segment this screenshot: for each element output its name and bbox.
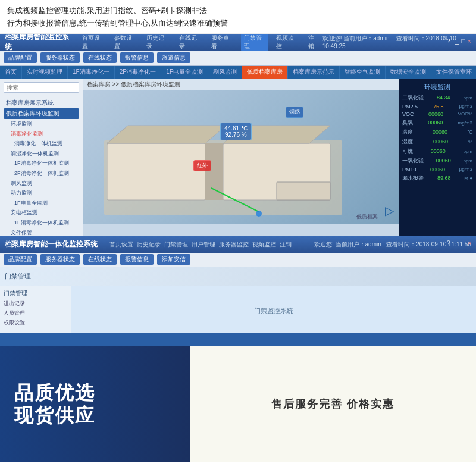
sensor-smoke[interactable]: 烟感 <box>286 107 303 118</box>
minimize-icon[interactable]: _ <box>455 37 459 45</box>
sidebar-item-7[interactable]: 2F消毒净化一体机监测 <box>4 168 79 178</box>
bottom-btn-alarm[interactable]: 报警信息 <box>120 254 154 265</box>
bottom-btn-add[interactable]: 添加安信 <box>157 254 190 265</box>
bottom-btn-config[interactable]: 品牌配置 <box>4 254 37 265</box>
nav-arrow-right[interactable]: ▷ <box>385 203 394 218</box>
sidebar-item-3[interactable]: 消毒净化监测 <box>4 129 79 139</box>
tab-data-sec[interactable]: 数据安全监测 <box>386 66 431 79</box>
env-pm25: PM2.5 75.8 μg/m3 <box>402 104 472 109</box>
center-map: 档案库房 >> 低质档案库房环境监测 <box>83 79 399 236</box>
bottom-maximize[interactable]: □ <box>461 240 464 246</box>
sidebar-item-9[interactable]: 动力监测 <box>4 188 79 198</box>
nav-btn-online[interactable]: 在线记录 <box>176 34 203 51</box>
btn-server[interactable]: 服务器状态 <box>40 52 80 63</box>
bottom-nav-server[interactable]: 服务器监控 <box>219 240 249 249</box>
search-input[interactable] <box>4 82 79 93</box>
tab-home[interactable]: 首页 <box>0 66 22 79</box>
tab-file[interactable]: 文件保管室环 <box>431 66 476 79</box>
bottom-nav-access[interactable]: 门禁管理 <box>164 240 188 249</box>
env-water-unit: M ● <box>464 176 472 181</box>
env-combustible-value: 00060 <box>431 148 446 154</box>
env-pm25-value: 75.8 <box>433 104 444 109</box>
bottom-close[interactable]: × <box>468 240 471 246</box>
nav-btn-history[interactable]: 历史记录 <box>143 34 171 51</box>
env-co-unit: ppm <box>463 158 472 164</box>
nav-btn-logout[interactable]: 注销 <box>305 34 322 51</box>
sidebar-item-0[interactable]: 档案库房展示系统 <box>4 98 79 108</box>
tab-video[interactable]: 实时视频监理 <box>22 66 68 79</box>
env-voc-label: VOC <box>402 111 414 117</box>
bottom-nav-history[interactable]: 历史记录 <box>137 240 161 249</box>
nav-btn-param[interactable]: 参数设置 <box>111 34 139 51</box>
bottom-minimize[interactable]: _ <box>454 240 458 246</box>
user-info: 欢迎您! 当前用户：admin <box>322 35 390 42</box>
env-humidity-label: 湿度 <box>402 138 413 146</box>
bottom-nav-logout[interactable]: 注销 <box>280 240 292 249</box>
btn-alarm[interactable]: 报警信息 <box>120 52 154 63</box>
promo-banner: 品质优选 现货供应 售后服务完善 价格实惠 <box>0 346 476 462</box>
svg-rect-6 <box>277 182 330 200</box>
sidebar-item-12[interactable]: 1F消毒净化一体机监测 <box>4 218 79 228</box>
bottom-help-icon[interactable]: ? <box>447 240 450 246</box>
right-env-panel: 环境监测 二氧化碳 84.34 ppm PM2.5 75.8 μg/m3 VOC… <box>399 79 476 236</box>
svg-point-9 <box>256 211 262 217</box>
sidebar-item-13[interactable]: 文件保管 <box>4 228 79 236</box>
sidebar-item-5[interactable]: 润湿净化一体机监测 <box>4 149 79 159</box>
close-icon[interactable]: × <box>468 37 471 45</box>
top-text-line2: 行为和接收报警信息,统一传输到管理中心,从而达到快速准确预警 <box>7 17 469 30</box>
tab-1f-dis1[interactable]: 1F消毒净化一 <box>68 66 115 79</box>
env-pm10-unit: μg/m3 <box>459 167 472 172</box>
bottom-toolbar: 品牌配置 服务器状态 在线状态 报警信息 添加安信 <box>0 253 476 267</box>
nav-btn-system[interactable]: 首页设置 <box>79 34 107 51</box>
sidebar-item-6[interactable]: 1F消毒净化一体机监测 <box>4 158 79 168</box>
sidebar-item-10[interactable]: 1F电量全监测 <box>4 198 79 208</box>
bottom-btn-server[interactable]: 服务器状态 <box>40 254 80 265</box>
bottom-menu-3[interactable]: 权限设置 <box>4 319 67 327</box>
sidebar-search-section <box>0 79 83 96</box>
nav-btn-service[interactable]: 服务查看 <box>208 34 236 51</box>
btn-dispatch[interactable]: 派遣信息 <box>157 52 190 63</box>
bottom-app-header: 档案库房智能一体化监控系统 首页设置 历史记录 门禁管理 用户管理 服务器监控 … <box>0 236 476 253</box>
sidebar-item-11[interactable]: 安电柜监测 <box>4 208 79 218</box>
sidebar-item-4[interactable]: 消毒净化一体机监测 <box>4 139 79 149</box>
svg-marker-2 <box>107 126 226 143</box>
sidebar-item-1[interactable]: 低质档案库环境监测 <box>4 108 79 119</box>
bottom-menu-2[interactable]: 人员管理 <box>4 309 67 317</box>
sidebar-item-8[interactable]: 剩风监测 <box>4 178 79 189</box>
nav-btn-access[interactable]: 门禁管理 <box>241 34 268 51</box>
nav-btn-monitor[interactable]: 视频监控 <box>273 34 300 51</box>
env-ozone-label: 臭氧 <box>402 119 413 127</box>
svg-rect-1 <box>107 143 205 200</box>
bottom-content-text: 门禁管理 <box>5 273 31 280</box>
top-text-line1: 集成视频监控管理功能,采用进门指纹、密码+刷卡探测非法 <box>7 5 469 17</box>
left-sidebar: 档案库房展示系统 低质档案库环境监测 环境监测 消毒净化监测 消毒净化一体机监测… <box>0 79 83 236</box>
tab-wind[interactable]: 剩风监测 <box>208 66 242 79</box>
tab-1f-elec[interactable]: 1F电量全监测 <box>161 66 208 79</box>
maximize-icon[interactable]: □ <box>461 37 465 45</box>
tab-2f-dis1[interactable]: 2F消毒净化一 <box>115 66 162 79</box>
tab-air[interactable]: 智能空气监测 <box>340 66 386 79</box>
help-icon[interactable]: ? <box>447 37 450 45</box>
bottom-btn-online[interactable]: 在线状态 <box>83 254 117 265</box>
bottom-nav-video[interactable]: 视频监控 <box>252 240 276 249</box>
sidebar-item-2[interactable]: 环境监测 <box>4 119 79 129</box>
tab-archive-low[interactable]: 低质档案库房 <box>242 66 288 79</box>
env-temp-label: 温度 <box>402 129 413 136</box>
sensor-infrared[interactable]: 红外 <box>193 160 211 171</box>
promo-right: 售后服务完善 价格实惠 <box>190 346 476 462</box>
env-pm25-label: PM2.5 <box>402 104 418 109</box>
promo-subtitle: 售后服务完善 价格实惠 <box>271 397 394 411</box>
env-ozone-value: 00060 <box>428 120 443 126</box>
tab-archive-demo[interactable]: 档案库房示范示 <box>288 66 340 79</box>
env-ozone: 臭氧 00060 mg/m3 <box>402 119 472 127</box>
btn-config[interactable]: 品牌配置 <box>4 52 37 63</box>
app-screenshot-bottom: 档案库房智能一体化监控系统 首页设置 历史记录 门禁管理 用户管理 服务器监控 … <box>0 236 476 346</box>
sensor-temp-humidity[interactable]: 44.61 ℃ 92.76 % <box>220 123 252 140</box>
bottom-nav-user[interactable]: 用户管理 <box>192 240 215 249</box>
env-co2-value: 84.34 <box>437 95 450 101</box>
btn-online[interactable]: 在线状态 <box>83 52 117 63</box>
sidebar-menu: 档案库房展示系统 低质档案库环境监测 环境监测 消毒净化监测 消毒净化一体机监测… <box>0 95 83 236</box>
toolbar: 品牌配置 服务器状态 在线状态 报警信息 派遣信息 <box>0 51 476 66</box>
bottom-nav-home[interactable]: 首页设置 <box>109 240 133 249</box>
bottom-menu-1[interactable]: 进出记录 <box>4 300 67 308</box>
